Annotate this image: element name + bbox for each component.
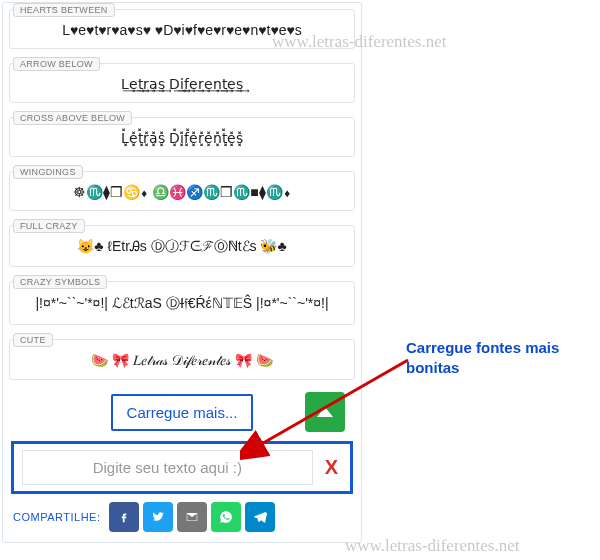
share-label: COMPARTILHE: bbox=[13, 511, 101, 523]
style-block: CRAZY SYMBOLS |!¤*'~``~'*¤!| ℒℰtℛaS ⒹƗ𝔣€… bbox=[9, 281, 355, 325]
share-whatsapp-button[interactable] bbox=[211, 502, 241, 532]
style-block: WINGDINGS ☸♏⧫❒♋⬧ ♎♓♐♏❒♏■⧫♏⬧ bbox=[9, 171, 355, 211]
load-more-row: Carregue mais... bbox=[9, 394, 355, 431]
style-block: CROSS ABOVE BELOW L͓̽e͓̽t͓̽r͓̽a͓̽s͓̽ D͓̽… bbox=[9, 117, 355, 157]
style-output-cute[interactable]: 🍉 🎀 𝐿𝑒𝓉𝓇𝒶𝓈 𝒟𝒾𝒻𝑒𝓇𝑒𝓃𝓉𝑒𝓈 🎀 🍉 bbox=[9, 339, 355, 380]
share-telegram-button[interactable] bbox=[245, 502, 275, 532]
watermark-text: www.letras-diferentes.net bbox=[345, 536, 520, 556]
style-tag: CUTE bbox=[13, 333, 53, 347]
whatsapp-icon bbox=[219, 510, 233, 524]
style-tag: ARROW BELOW bbox=[13, 57, 100, 71]
annotation-callout: Carregue fontes mais bonitas bbox=[406, 338, 586, 377]
clear-input-button[interactable]: X bbox=[321, 456, 342, 479]
share-twitter-button[interactable] bbox=[143, 502, 173, 532]
telegram-icon bbox=[253, 510, 267, 524]
scroll-to-top-button[interactable] bbox=[305, 392, 345, 432]
style-tag: WINGDINGS bbox=[13, 165, 83, 179]
share-row: COMPARTILHE: bbox=[9, 502, 355, 532]
text-input-container: X bbox=[11, 441, 353, 494]
caret-up-icon bbox=[317, 407, 333, 417]
email-icon bbox=[185, 510, 199, 524]
style-block: FULL CRAZY 😺♣ ℓEtrᎯs ⒹⒿℱᕮℱⓄℕtℰs 🐝♣ bbox=[9, 225, 355, 267]
style-tag: FULL CRAZY bbox=[13, 219, 85, 233]
share-facebook-button[interactable] bbox=[109, 502, 139, 532]
style-block: ARROW BELOW L͢e͢t͢r͢a͢s͢ D͢i͢f͢e͢r͢e͢n͢t… bbox=[9, 63, 355, 103]
style-tag: HEARTS BETWEEN bbox=[13, 3, 115, 17]
style-tag: CRAZY SYMBOLS bbox=[13, 275, 107, 289]
style-tag: CROSS ABOVE BELOW bbox=[13, 111, 132, 125]
share-email-button[interactable] bbox=[177, 502, 207, 532]
facebook-icon bbox=[117, 510, 131, 524]
text-input[interactable] bbox=[22, 450, 313, 485]
style-block: CUTE 🍉 🎀 𝐿𝑒𝓉𝓇𝒶𝓈 𝒟𝒾𝒻𝑒𝓇𝑒𝓃𝓉𝑒𝓈 🎀 🍉 bbox=[9, 339, 355, 380]
load-more-button[interactable]: Carregue mais... bbox=[111, 394, 254, 431]
style-block: HEARTS BETWEEN L♥e♥t♥r♥a♥s♥ ♥D♥i♥f♥e♥r♥e… bbox=[9, 9, 355, 49]
font-generator-panel: HEARTS BETWEEN L♥e♥t♥r♥a♥s♥ ♥D♥i♥f♥e♥r♥e… bbox=[2, 2, 362, 543]
twitter-icon bbox=[151, 510, 165, 524]
